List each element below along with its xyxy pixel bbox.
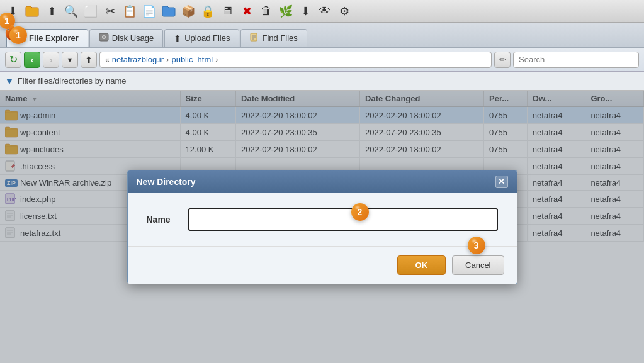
edit-path-button[interactable]: ✏: [494, 52, 511, 68]
tab-file-explorer[interactable]: File Explorer: [6, 29, 88, 47]
new-directory-dialog: New Directory ✕ Name OK Cancel 23: [127, 170, 517, 284]
navigate-up-button[interactable]: ⬆: [81, 52, 97, 68]
modal-close-button[interactable]: ✕: [495, 176, 508, 188]
modal-title: New Directory: [137, 177, 196, 187]
find-files-icon: [250, 33, 259, 43]
modal-name-input[interactable]: [188, 208, 498, 231]
search-input[interactable]: [513, 52, 639, 68]
toolbar-icon-paste[interactable]: 📄: [140, 3, 158, 20]
modal-name-field: Name: [147, 208, 498, 231]
toolbar-icon-download2[interactable]: ⬇: [297, 3, 314, 20]
breadcrumb-sep-2: ›: [215, 55, 218, 64]
tab-disk-usage-label: Disk Usage: [112, 33, 154, 43]
tab-find-files[interactable]: Find Files: [240, 29, 307, 47]
annotation-badge-1: 1: [0, 13, 15, 29]
forward-button[interactable]: ›: [43, 52, 59, 68]
history-dropdown-button[interactable]: ▼: [62, 52, 78, 68]
ok-button[interactable]: OK: [397, 255, 446, 275]
app-window: ⬇ ⬆ 🔍 ⬜ ✂ 📋 📄 📦 🔒 🖥 ✖ 🗑 🌿 ⬇ 👁 ⚙: [0, 0, 644, 363]
toolbar-icon-gear[interactable]: ⚙: [336, 3, 353, 20]
back-button[interactable]: ‹: [24, 52, 40, 68]
cancel-button[interactable]: Cancel: [452, 255, 504, 275]
breadcrumb-double-arrow: «: [105, 55, 110, 64]
modal-header: New Directory ✕: [128, 170, 517, 193]
toolbar-icon-eye[interactable]: 👁: [316, 3, 334, 20]
disk-usage-icon: [99, 33, 109, 43]
toolbar-icon-terminal[interactable]: 🖥: [218, 3, 236, 20]
toolbar-icon-search[interactable]: 🔍: [62, 3, 80, 20]
toolbar-icon-folder[interactable]: [23, 3, 41, 20]
modal-overlay: New Directory ✕ Name OK Cancel 23: [0, 91, 644, 363]
toolbar-icon-delete-x[interactable]: ✖: [238, 3, 256, 20]
file-table-container: Name ▼ Size Date Modified Date Changed P…: [0, 91, 644, 363]
tab-disk-usage[interactable]: Disk Usage: [89, 29, 163, 47]
toolbar-icon-up[interactable]: ⬆: [43, 3, 60, 20]
tab-find-files-label: Find Files: [262, 33, 297, 43]
filter-bar: ▼ Filter files/directories by name: [0, 72, 644, 91]
tab-upload-files-label: Upload Files: [184, 33, 230, 43]
upload-icon: ⬆: [174, 33, 181, 43]
toolbar-icon-new[interactable]: ⬜: [82, 3, 99, 20]
toolbar-icon-cut[interactable]: ✂: [101, 3, 119, 20]
toolbar-icon-copy[interactable]: 📋: [121, 3, 138, 20]
filter-icon: ▼: [5, 76, 14, 86]
breadcrumb-root[interactable]: netafrazblog.ir: [112, 55, 164, 64]
file-explorer-icon: [16, 33, 26, 43]
breadcrumb-public-html[interactable]: public_html: [171, 55, 213, 64]
nav-bar: ↻ ‹ › ▼ ⬆ « netafrazblog.ir › public_htm…: [0, 48, 644, 72]
tab-upload-files[interactable]: ⬆ Upload Files: [164, 29, 239, 47]
filter-label: Filter files/directories by name: [18, 76, 127, 86]
toolbar-icon-restore[interactable]: 🌿: [277, 3, 295, 20]
tab-file-explorer-label: File Explorer: [29, 33, 79, 43]
modal-body: Name: [128, 193, 517, 246]
breadcrumb-sep-1: ›: [166, 55, 169, 64]
toolbar-icon-folder2[interactable]: [160, 3, 178, 20]
tabs-bar: 1 File Explorer Disk Usage ⬆ U: [0, 23, 644, 48]
refresh-button[interactable]: ↻: [5, 52, 21, 68]
breadcrumb-bar: « netafrazblog.ir › public_html ›: [99, 52, 492, 68]
toolbar-icon-trash[interactable]: 🗑: [257, 3, 275, 20]
modal-name-label: Name: [147, 215, 178, 225]
toolbar-icon-compress[interactable]: 📦: [179, 3, 197, 20]
toolbar: ⬇ ⬆ 🔍 ⬜ ✂ 📋 📄 📦 🔒 🖥 ✖ 🗑 🌿 ⬇ 👁 ⚙: [0, 0, 644, 23]
svg-point-2: [103, 36, 105, 38]
modal-footer: OK Cancel: [128, 246, 517, 284]
toolbar-icon-lock[interactable]: 🔒: [199, 3, 217, 20]
